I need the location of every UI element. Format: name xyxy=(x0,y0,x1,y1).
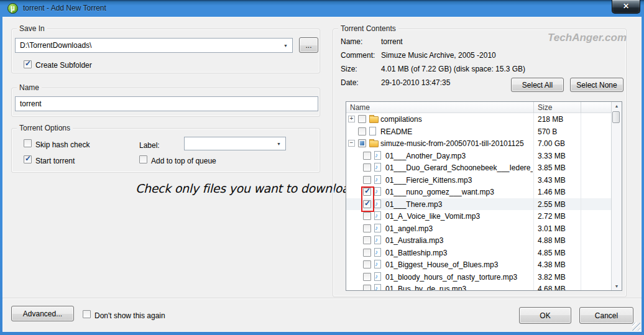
music-note-icon: ♪ xyxy=(375,225,378,231)
file-checkbox[interactable]: ✓ xyxy=(363,152,371,160)
file-checkbox[interactable]: ✓ xyxy=(363,212,371,220)
dont-show-again-checkbox[interactable]: ✓ xyxy=(83,310,91,318)
file-name: 01_A_Voice_like_Vomit.mp3 xyxy=(385,212,533,221)
start-torrent-checkbox[interactable]: ✓ xyxy=(24,155,32,163)
column-divider[interactable] xyxy=(581,102,581,113)
close-button[interactable]: ✕ xyxy=(612,0,640,14)
start-torrent-label: Start torrent xyxy=(35,157,75,165)
file-checkbox[interactable]: ✓ xyxy=(363,224,371,232)
music-note-icon: ♪ xyxy=(375,237,378,243)
file-name: 01___There.mp3 xyxy=(385,200,533,209)
file-size: 3.01 MB xyxy=(538,224,566,233)
scroll-down-icon[interactable]: ▼ xyxy=(612,284,622,288)
torrent-name-input[interactable]: torrent xyxy=(15,96,318,111)
save-path-value: D:\TorrentDownloads\ xyxy=(20,41,91,50)
info-comment-value: Simuze Music Archive, 2005 -2010 xyxy=(381,51,496,60)
file-row[interactable]: + ✓ ♪ compilations 218 MB xyxy=(346,113,612,126)
window-title: torrent - Add New Torrent xyxy=(23,4,106,12)
file-row[interactable]: ✓ ♪ 01_Australia.mp3 4.88 MB xyxy=(346,234,612,247)
select-none-button[interactable]: Select None xyxy=(570,78,623,92)
file-name: 01_Biggest_House_of_Blues.mp3 xyxy=(385,260,533,269)
torrent-options-group: Torrent Options xyxy=(11,128,320,173)
file-name: simuze-music-from-20050701-till-20101125 xyxy=(380,139,533,148)
vertical-scrollbar[interactable]: ▲ ▼ xyxy=(611,102,622,290)
column-header-size[interactable]: Size xyxy=(538,103,552,112)
cancel-button[interactable]: Cancel xyxy=(579,307,633,324)
music-note-icon: ♪ xyxy=(375,249,378,255)
file-checkbox[interactable]: ✓ xyxy=(363,249,371,257)
file-checkbox[interactable]: ✓ xyxy=(363,176,371,184)
browse-button[interactable]: ... xyxy=(299,37,318,53)
ok-button[interactable]: OK xyxy=(519,307,571,324)
file-name: 01_Bus_by_de_rus.mp3 xyxy=(385,285,533,290)
scrollbar-thumb[interactable] xyxy=(612,111,620,123)
audio-file-icon: ♪ xyxy=(374,284,381,290)
file-row[interactable]: − ✓ ♪ simuze-music-from-20050701-till-20… xyxy=(346,137,612,150)
info-name-value: torrent xyxy=(381,37,403,46)
file-checkbox[interactable]: ✓ xyxy=(363,260,371,268)
advanced-button[interactable]: Advanced... xyxy=(11,306,74,321)
file-checkbox[interactable]: ✓ xyxy=(363,285,371,290)
column-header-name[interactable]: Name xyxy=(350,103,370,112)
info-comment-label: Comment: xyxy=(341,51,375,60)
file-checkbox[interactable]: ✓ xyxy=(358,127,366,135)
tree-expander-icon[interactable]: + xyxy=(348,116,355,122)
add-torrent-dialog: µ torrent - Add New Torrent ✕ Save In D:… xyxy=(0,0,644,335)
file-checkbox[interactable]: ✓ xyxy=(363,163,371,172)
file-list-header[interactable]: Name Size xyxy=(346,102,612,113)
skip-hash-label: Skip hash check xyxy=(35,140,90,149)
file-row[interactable]: ✓ ♪ 01___There.mp3 2.55 MB xyxy=(346,198,612,211)
info-size-label: Size: xyxy=(341,65,357,73)
dont-show-again-label: Don't show this again xyxy=(94,311,165,320)
file-checkbox[interactable]: ✓ xyxy=(363,236,371,244)
file-row[interactable]: ✓ ♪ README 570 B xyxy=(346,126,612,138)
file-name: 01___Duo_Gerard_Schoonebeek___Iedere_w..… xyxy=(385,163,533,172)
file-row[interactable]: ✓ ♪ 01_bloody_hours_of_nasty_torture.mp3… xyxy=(346,271,612,283)
resize-grip[interactable] xyxy=(632,323,640,331)
file-checkbox[interactable]: ✓ xyxy=(363,273,371,281)
scroll-up-icon[interactable]: ▲ xyxy=(612,104,622,108)
file-row[interactable]: ✓ ♪ 01_angel.mp3 3.01 MB xyxy=(346,223,612,235)
file-row[interactable]: ✓ ♪ 01___Another_Day.mp3 3.33 MB xyxy=(346,150,612,162)
file-size: 1.46 MB xyxy=(538,188,566,196)
music-note-icon: ♪ xyxy=(375,285,378,290)
watermark: TechAnger.com xyxy=(533,32,627,44)
file-row[interactable]: ✓ ♪ 01___nuno_gomez___want.mp3 1.46 MB xyxy=(346,186,612,198)
file-row[interactable]: ✓ ♪ 01_Biggest_House_of_Blues.mp3 4.38 M… xyxy=(346,259,612,271)
music-note-icon: ♪ xyxy=(375,261,378,267)
torrent-options-group-title: Torrent Options xyxy=(17,124,73,132)
file-size: 3.82 MB xyxy=(538,273,566,282)
file-size: 4.68 MB xyxy=(538,285,566,290)
file-row[interactable]: ✓ ♪ 01___Fiercie_Kittens.mp3 3.43 MB xyxy=(346,174,612,186)
torrent-name-value: torrent xyxy=(20,99,42,108)
file-name: compilations xyxy=(380,115,533,124)
tree-expander-icon[interactable]: − xyxy=(348,140,355,147)
utorrent-app-icon: µ xyxy=(7,3,18,14)
file-row[interactable]: ✓ ♪ 01_Bus_by_de_rus.mp3 4.68 MB xyxy=(346,283,612,290)
file-row[interactable]: ✓ ♪ 01_Battleship.mp3 4.85 MB xyxy=(346,247,612,259)
audio-file-icon: ♪ xyxy=(374,224,381,232)
file-list: Name Size + ✓ ♪ compilations 218 MB ✓ ♪ … xyxy=(346,101,622,291)
titlebar[interactable]: µ torrent - Add New Torrent ✕ xyxy=(0,0,644,17)
add-to-top-checkbox[interactable]: ✓ xyxy=(139,155,147,163)
file-name: 01_Australia.mp3 xyxy=(385,236,533,245)
check-icon: ✓ xyxy=(25,59,31,68)
footer-divider xyxy=(2,298,642,299)
file-row[interactable]: ✓ ♪ 01_A_Voice_like_Vomit.mp3 2.72 MB xyxy=(346,210,612,223)
folder-icon xyxy=(369,116,379,123)
file-checkbox[interactable]: ✓ xyxy=(358,115,366,123)
column-divider[interactable] xyxy=(533,102,534,113)
select-all-button[interactable]: Select All xyxy=(511,78,564,92)
file-name: 01_Battleship.mp3 xyxy=(385,249,533,257)
label-combobox[interactable]: ▼ xyxy=(184,137,286,150)
audio-file-icon: ♪ xyxy=(374,260,381,268)
create-subfolder-label: Create Subfolder xyxy=(35,61,92,70)
music-note-icon: ♪ xyxy=(375,201,378,207)
file-checkbox[interactable]: ✓ xyxy=(358,139,366,147)
save-path-combobox[interactable]: D:\TorrentDownloads\ ▼ xyxy=(15,38,293,53)
torrent-contents-group-title: Torrent Contents xyxy=(338,24,398,33)
file-row[interactable]: ✓ ♪ 01___Duo_Gerard_Schoonebeek___Iedere… xyxy=(346,162,612,174)
create-subfolder-checkbox[interactable]: ✓ xyxy=(24,60,32,68)
save-in-group-title: Save In xyxy=(17,24,47,33)
skip-hash-checkbox[interactable]: ✓ xyxy=(24,139,32,147)
